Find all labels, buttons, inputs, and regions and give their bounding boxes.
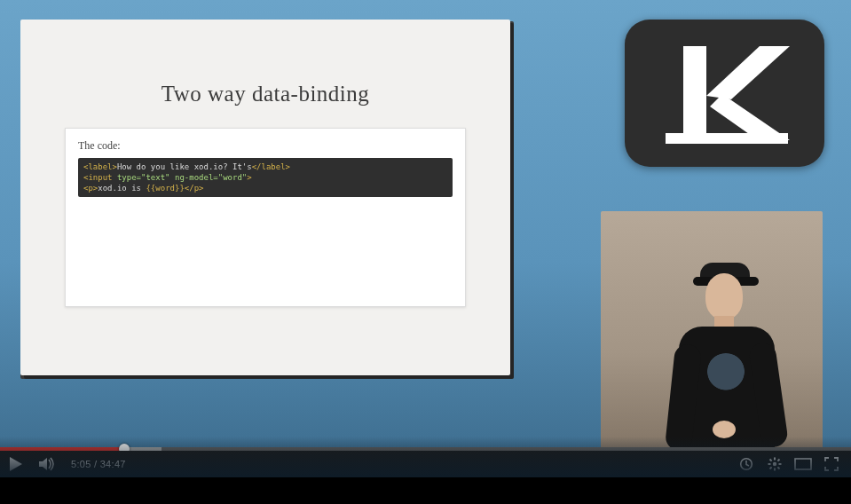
progress-loaded — [0, 447, 162, 451]
code-panel: The code: <label>How do you like xod.io?… — [65, 128, 466, 307]
presentation-slide: Two way data-binding The code: <label>Ho… — [20, 20, 510, 375]
code-panel-label: The code: — [66, 129, 465, 158]
code-line: <input type="text" ng-model="word"> — [83, 172, 447, 183]
svg-line-14 — [777, 460, 779, 461]
fullscreen-button[interactable] — [817, 451, 846, 477]
play-icon — [10, 457, 22, 471]
svg-line-13 — [777, 467, 779, 469]
code-line: <p>xod.io is {{word}}</p> — [83, 183, 447, 193]
svg-rect-3 — [666, 133, 788, 144]
presenter-person — [663, 247, 796, 477]
theater-icon — [794, 458, 812, 470]
watch-later-icon — [739, 457, 753, 471]
brand-logo — [625, 20, 824, 167]
time-separator: / — [91, 459, 100, 469]
progress-played — [0, 447, 124, 451]
fullscreen-icon — [824, 457, 839, 471]
controls-right — [732, 451, 851, 477]
svg-point-6 — [741, 459, 753, 470]
svg-marker-5 — [39, 458, 47, 470]
volume-icon — [39, 457, 57, 471]
presenter-camera — [601, 211, 823, 469]
svg-rect-16 — [795, 459, 811, 469]
svg-rect-0 — [683, 46, 706, 140]
play-button[interactable] — [0, 451, 32, 477]
player-controls: 5:05 / 34:47 — [0, 451, 851, 477]
progress-knob[interactable] — [119, 444, 130, 454]
svg-line-12 — [770, 460, 772, 461]
time-display: 5:05 / 34:47 — [64, 459, 133, 469]
watch-later-button[interactable] — [732, 451, 760, 477]
duration: 34:47 — [100, 459, 126, 469]
svg-point-7 — [773, 462, 776, 466]
settings-button[interactable] — [760, 451, 789, 477]
code-block: <label>How do you like xod.io? It's</lab… — [78, 158, 453, 197]
current-time: 5:05 — [71, 459, 91, 469]
progress-bar[interactable] — [0, 447, 851, 451]
svg-line-15 — [770, 467, 772, 469]
code-line: <label>How do you like xod.io? It's</lab… — [83, 161, 447, 172]
theater-mode-button[interactable] — [789, 451, 817, 477]
settings-icon — [768, 457, 782, 471]
svg-marker-1 — [706, 46, 790, 99]
svg-marker-4 — [10, 457, 22, 471]
video-frame: Two way data-binding The code: <label>Ho… — [0, 0, 851, 477]
volume-button[interactable] — [32, 451, 64, 477]
slide-title: Two way data-binding — [20, 82, 510, 106]
